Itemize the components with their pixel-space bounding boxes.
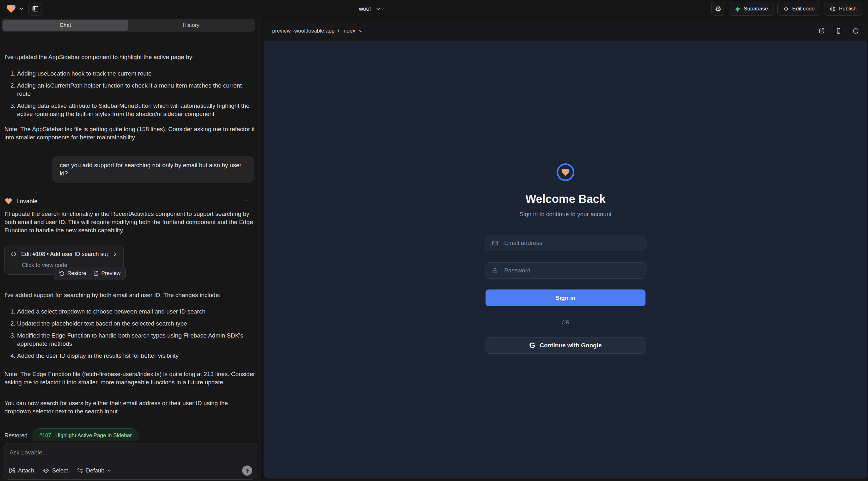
user-message-bubble: can you add support for searching not on… bbox=[52, 156, 254, 183]
list-item: Modified the Edge Function to handle bot… bbox=[17, 331, 255, 348]
refresh-button[interactable] bbox=[852, 28, 859, 34]
assistant-name: Lovable bbox=[17, 197, 38, 205]
list-item: Added a select dropdown to choose betwee… bbox=[17, 308, 255, 316]
external-link-icon bbox=[93, 271, 99, 276]
preview-domain[interactable]: preview--woof.lovable.app bbox=[272, 28, 335, 34]
target-icon bbox=[43, 468, 49, 474]
chevron-down-icon bbox=[359, 29, 363, 33]
lovable-heart-icon bbox=[6, 3, 17, 14]
or-label: OR bbox=[561, 320, 569, 326]
assistant-message-note: Note: The AppSidebar.tsx file is getting… bbox=[4, 125, 255, 141]
chat-composer: Attach Select Default bbox=[3, 443, 257, 480]
lock-icon bbox=[492, 267, 498, 274]
google-icon: G bbox=[529, 342, 535, 349]
supabase-label: Supabase bbox=[744, 6, 768, 12]
assistant-message-note: Note: The Edge Function file (fetch-fire… bbox=[4, 370, 255, 386]
url-separator: / bbox=[338, 28, 340, 34]
google-sign-in-button[interactable]: G Continue with Google bbox=[486, 337, 646, 354]
mode-selector[interactable]: Default bbox=[77, 468, 112, 474]
restored-label: Restored bbox=[4, 431, 28, 440]
list-item: Adding an isCurrentPath helper function … bbox=[17, 82, 255, 98]
supabase-bolt-icon bbox=[735, 6, 741, 12]
restore-icon bbox=[59, 271, 64, 276]
version-number: #107 bbox=[39, 431, 51, 440]
publish-label: Publish bbox=[839, 6, 857, 12]
edit-card-title: Edit #108 • Add user ID search supp... bbox=[21, 250, 108, 258]
tab-history[interactable]: History bbox=[128, 20, 254, 31]
app-preview: Welcome Back Sign in to continue to your… bbox=[264, 41, 867, 478]
lovable-heart-icon bbox=[4, 197, 13, 205]
attach-label: Attach bbox=[18, 468, 34, 474]
gear-icon: ⚙ bbox=[715, 5, 721, 13]
lovable-logo-menu[interactable] bbox=[6, 3, 24, 14]
settings-button[interactable]: ⚙ bbox=[711, 2, 725, 16]
mobile-view-button[interactable] bbox=[835, 28, 842, 34]
chevron-right-icon bbox=[112, 252, 118, 257]
preview-pane: preview--woof.lovable.app / index W bbox=[264, 21, 867, 478]
auth-subtitle: Sign in to continue to your account bbox=[519, 211, 612, 218]
supabase-button[interactable]: Supabase bbox=[729, 2, 774, 16]
assistant-message-text: I've updated the AppSidebar component to… bbox=[4, 53, 255, 61]
assistant-message-text: You can now search for users by either t… bbox=[4, 399, 255, 416]
preview-button[interactable]: Preview bbox=[93, 269, 120, 278]
arrow-up-icon bbox=[245, 468, 250, 473]
preview-label: Preview bbox=[101, 269, 120, 278]
auth-title: Welcome Back bbox=[525, 192, 605, 206]
chat-messages: I've updated the AppSidebar component to… bbox=[0, 49, 259, 441]
app-logo bbox=[557, 163, 575, 181]
sliders-icon bbox=[77, 468, 83, 474]
send-button[interactable] bbox=[242, 466, 252, 476]
mode-label: Default bbox=[86, 468, 104, 474]
divider-line bbox=[575, 323, 646, 323]
edit-code-card[interactable]: Edit #108 • Add user ID search supp... C… bbox=[4, 245, 124, 275]
assistant-message-text: I've added support for searching by both… bbox=[4, 291, 255, 299]
email-field[interactable] bbox=[486, 235, 646, 251]
divider-line bbox=[486, 323, 556, 323]
list-item: Updated the placeholder text based on th… bbox=[17, 320, 255, 328]
publish-button[interactable]: Publish bbox=[824, 2, 862, 16]
assistant-message-list: Adding useLocation hook to track the cur… bbox=[4, 69, 255, 118]
toggle-sidebar-button[interactable] bbox=[28, 2, 42, 16]
chat-input[interactable] bbox=[9, 448, 251, 461]
auth-card: Welcome Back Sign in to continue to your… bbox=[486, 41, 646, 354]
user-message-text: can you add support for searching not on… bbox=[60, 162, 242, 177]
google-label: Continue with Google bbox=[539, 342, 601, 349]
edit-code-label: Edit code bbox=[792, 6, 814, 12]
chevron-down-icon bbox=[107, 468, 112, 473]
open-in-new-tab-button[interactable] bbox=[818, 28, 825, 34]
tab-chat[interactable]: Chat bbox=[3, 20, 128, 31]
project-name: woof bbox=[359, 6, 371, 12]
list-item: Adding data-active attribute to SidebarM… bbox=[17, 102, 255, 118]
image-plus-icon bbox=[9, 468, 15, 474]
project-switcher[interactable]: woof bbox=[341, 0, 398, 18]
version-title: Highlight Active Page in Sidebar bbox=[55, 431, 132, 440]
top-bar: woof ⚙ Supabase Edit code Publish bbox=[0, 0, 868, 18]
list-item: Adding useLocation hook to track the cur… bbox=[17, 69, 255, 78]
code-icon bbox=[10, 251, 17, 257]
panel-left-icon bbox=[32, 5, 39, 12]
mail-icon bbox=[492, 239, 498, 247]
globe-icon bbox=[830, 6, 836, 12]
edit-code-button[interactable]: Edit code bbox=[777, 2, 820, 16]
password-field[interactable] bbox=[486, 262, 646, 279]
preview-page[interactable]: index bbox=[342, 28, 355, 34]
sign-in-button[interactable]: Sign in bbox=[486, 289, 646, 306]
restore-label: Restore bbox=[67, 269, 86, 278]
select-button[interactable]: Select bbox=[43, 468, 68, 474]
message-options-icon[interactable]: ··· bbox=[244, 197, 253, 205]
chevron-down-icon bbox=[19, 6, 24, 11]
chat-panel: Chat History I've updated the AppSidebar… bbox=[0, 18, 260, 481]
restored-row: Restored #107 Highlight Active Page in S… bbox=[4, 428, 255, 441]
edit-card-actions: Restore Preview bbox=[54, 267, 126, 280]
select-label: Select bbox=[52, 468, 68, 474]
assistant-message-text: I'll update the search functionality in … bbox=[4, 210, 255, 234]
heart-icon bbox=[561, 167, 570, 177]
list-item: Added the user ID display in the results… bbox=[17, 352, 255, 360]
chevron-down-icon bbox=[375, 6, 381, 12]
preview-url-bar: preview--woof.lovable.app / index bbox=[264, 21, 867, 41]
restore-button[interactable]: Restore bbox=[59, 269, 86, 278]
assistant-header: Lovable ··· bbox=[4, 197, 255, 205]
restored-version-badge[interactable]: #107 Highlight Active Page in Sidebar bbox=[33, 428, 138, 441]
attach-button[interactable]: Attach bbox=[9, 468, 34, 474]
chat-history-tabs: Chat History bbox=[2, 19, 255, 32]
